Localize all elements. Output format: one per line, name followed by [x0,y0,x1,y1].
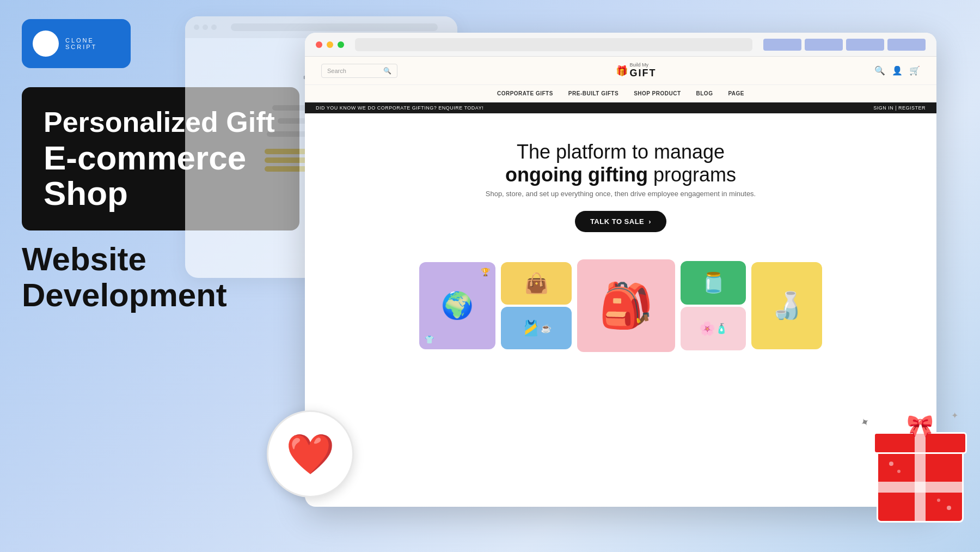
product-emoji-globe: 🌍 [441,290,474,321]
logo-text: Clone SCRIPT [65,37,97,50]
gift-body [877,452,964,523]
gift-dot-2 [897,470,901,473]
chrome-address-bar[interactable] [355,38,752,51]
product-emoji-shirt: 👕 [425,335,434,344]
brand-build: Build My [630,62,657,68]
chrome-dot-close[interactable] [316,41,322,48]
subtitle-line2: Development [22,277,299,313]
gift-box-decoration: ✦ ✦ 🎀 [877,432,964,530]
main-browser-window: Search 🔍 🎁 Build My GIFT 🔍 👤 🛒 CORPORATE… [305,33,936,507]
gift-bow: 🎀 [906,413,934,439]
chrome-tabs [763,39,926,51]
product-emoji-bag: 👜 [524,272,549,295]
hero-bold-text: ongoing gifting [505,163,648,186]
cta-arrow: › [648,217,651,226]
gift-dot-3 [947,506,951,510]
product-card-backpack[interactable]: 🎒 [577,259,675,352]
product-emoji-spray: 🧴 [715,323,727,335]
brand-gift: GIFT [630,68,657,79]
main-navigation: CORPORATE GIFTS PRE-BUILT GIFTS SHOP PRO… [305,85,936,102]
hero-subtitle: Shop, store, and set up everything once,… [348,190,893,198]
cta-talk-to-sale[interactable]: TALK TO SALE › [575,211,666,232]
svg-point-2 [45,43,47,45]
product-card-bottle[interactable]: 🍶 [751,262,822,349]
product-card-kit[interactable]: 🎽 ☕ [501,307,572,349]
brand-top: 🎁 Build My GIFT [616,62,657,79]
promo-text: DID YOU KNOW WE DO CORPORATE GIFTING? EN… [316,105,483,111]
bg-dot-3 [211,25,217,30]
logo-icon [33,31,59,57]
hero-section: The platform to manage ongoing gifting p… [305,113,936,248]
bg-line-5 [265,157,308,163]
chrome-tab-2[interactable] [805,39,843,51]
browser-chrome-bar [305,33,936,57]
nav-icons: 🔍 👤 🛒 [874,65,920,76]
bg-address-bar [231,23,438,31]
bg-dot-1 [194,25,199,30]
nav-page[interactable]: PAGE [728,90,744,96]
product-emoji-trophy: 🏆 [481,268,490,276]
search-nav-icon[interactable]: 🔍 [874,65,885,76]
promo-bar: DID YOU KNOW WE DO CORPORATE GIFTING? EN… [305,102,936,113]
hero-title: The platform to manage ongoing gifting p… [348,141,893,186]
chrome-dot-minimize[interactable] [327,41,333,48]
logo-name: Clone [65,37,97,44]
stacked-cards: 👜 🎽 ☕ [501,262,572,349]
gift-ribbon-h [878,482,962,493]
stacked-cards-right: 🫙 🌸 🧴 [681,261,746,350]
product-card-bag[interactable]: 👜 [501,262,572,305]
chrome-dot-maximize[interactable] [338,41,344,48]
heart-icon: ❤️ [286,431,335,477]
sparkle-decoration-2: ✦ [951,410,958,421]
user-icon[interactable]: 👤 [892,65,903,76]
product-card-thermos[interactable]: 🫙 [681,261,746,305]
logo-badge: Clone SCRIPT [22,19,131,68]
cart-icon[interactable]: 🛒 [909,65,920,76]
gift-box-container: ✦ ✦ 🎀 [877,432,964,530]
product-grid: 🌍 👕 🏆 👜 🎽 ☕ 🎒 🫙 [305,248,936,363]
product-emoji-cup: ☕ [541,323,552,333]
brand-logo: 🎁 Build My GIFT [616,62,657,79]
chrome-tab-3[interactable] [846,39,884,51]
product-emoji-bottle: 🍶 [770,290,803,321]
heart-circle: ❤️ [267,410,354,498]
nav-corporate[interactable]: CORPORATE GIFTS [497,90,553,96]
nav-blog[interactable]: BLOG [696,90,713,96]
gift-dot-1 [889,462,893,466]
hero-title-suffix: programs [648,163,736,186]
search-container[interactable]: Search 🔍 [321,64,397,78]
cta-label: TALK TO SALE [590,217,644,226]
search-icon[interactable]: 🔍 [383,67,391,75]
chrome-tab-4[interactable] [887,39,926,51]
bg-dot-2 [203,25,208,30]
nav-shop[interactable]: SHOP PRODUCT [634,90,681,96]
promo-auth[interactable]: SIGN IN | REGISTER [873,105,926,111]
website-nav: Search 🔍 🎁 Build My GIFT 🔍 👤 🛒 [305,57,936,85]
product-emoji-thermos: 🫙 [701,271,726,294]
product-card-plants[interactable]: 🌸 🧴 [681,307,746,350]
gift-dot-4 [937,499,940,502]
logo-tagline: SCRIPT [65,44,97,50]
product-card-purple[interactable]: 🌍 👕 🏆 [419,262,495,349]
nav-prebuilt[interactable]: PRE-BUILT GIFTS [568,90,618,96]
product-emoji-backpack: 🎒 [599,280,653,331]
chrome-tab-1[interactable] [763,39,801,51]
product-emoji-kit: 🎽 [522,319,541,337]
product-emoji-plants: 🌸 [699,321,715,336]
search-text: Search [327,68,346,74]
hero-title-line1: The platform to manage [517,141,725,163]
